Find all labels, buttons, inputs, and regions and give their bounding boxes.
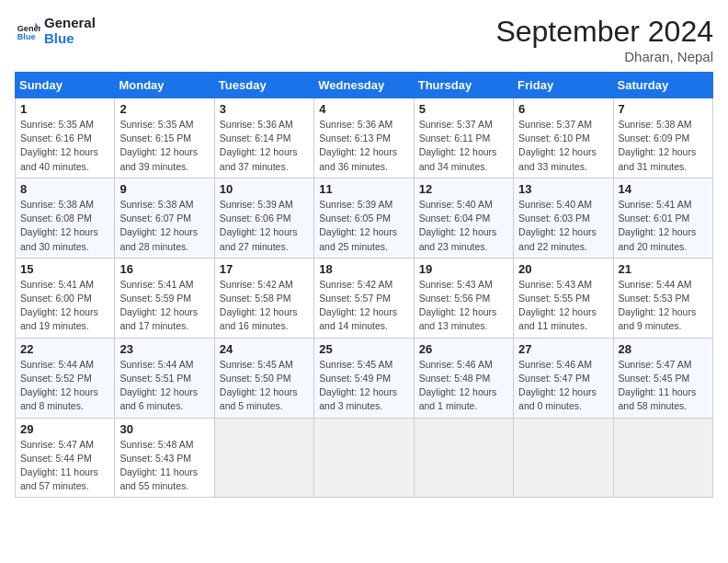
day-number: 12 <box>419 182 508 196</box>
calendar-cell: 28Sunrise: 5:47 AM Sunset: 5:45 PM Dayli… <box>613 338 712 418</box>
day-info: Sunrise: 5:45 AM Sunset: 5:50 PM Dayligh… <box>220 358 309 414</box>
day-number: 30 <box>119 422 209 436</box>
calendar-cell: 30Sunrise: 5:48 AM Sunset: 5:43 PM Dayli… <box>115 418 214 498</box>
calendar-cell: 12Sunrise: 5:40 AM Sunset: 6:04 PM Dayli… <box>414 178 513 258</box>
calendar-cell: 8Sunrise: 5:38 AM Sunset: 6:08 PM Daylig… <box>16 178 115 258</box>
day-info: Sunrise: 5:46 AM Sunset: 5:48 PM Dayligh… <box>419 358 508 414</box>
calendar-cell <box>514 418 613 498</box>
calendar-cell: 3Sunrise: 5:36 AM Sunset: 6:14 PM Daylig… <box>214 98 313 178</box>
logo: General Blue GeneralBlue <box>15 15 96 46</box>
calendar-cell <box>314 418 414 498</box>
day-number: 9 <box>119 182 209 196</box>
calendar-cell: 20Sunrise: 5:43 AM Sunset: 5:55 PM Dayli… <box>514 258 613 338</box>
day-number: 6 <box>518 102 608 116</box>
calendar-cell: 11Sunrise: 5:39 AM Sunset: 6:05 PM Dayli… <box>314 178 414 258</box>
day-number: 29 <box>20 422 109 436</box>
day-number: 27 <box>518 342 608 356</box>
day-info: Sunrise: 5:37 AM Sunset: 6:11 PM Dayligh… <box>419 118 508 174</box>
day-number: 25 <box>319 342 408 356</box>
calendar-week-row: 1Sunrise: 5:35 AM Sunset: 6:16 PM Daylig… <box>16 98 713 178</box>
day-info: Sunrise: 5:41 AM Sunset: 6:01 PM Dayligh… <box>619 198 708 254</box>
weekday-header: Friday <box>514 73 613 98</box>
day-number: 17 <box>220 262 309 276</box>
calendar-week-row: 29Sunrise: 5:47 AM Sunset: 5:44 PM Dayli… <box>16 418 713 498</box>
day-number: 19 <box>419 262 508 276</box>
calendar-cell: 25Sunrise: 5:45 AM Sunset: 5:49 PM Dayli… <box>314 338 414 418</box>
day-number: 13 <box>518 182 608 196</box>
day-number: 16 <box>119 262 209 276</box>
calendar-cell: 15Sunrise: 5:41 AM Sunset: 6:00 PM Dayli… <box>16 258 115 338</box>
day-number: 14 <box>619 182 708 196</box>
day-info: Sunrise: 5:41 AM Sunset: 6:00 PM Dayligh… <box>20 278 109 334</box>
day-info: Sunrise: 5:36 AM Sunset: 6:14 PM Dayligh… <box>220 118 309 174</box>
day-info: Sunrise: 5:38 AM Sunset: 6:08 PM Dayligh… <box>20 198 109 254</box>
day-number: 22 <box>20 342 109 356</box>
day-number: 11 <box>319 182 408 196</box>
day-number: 8 <box>20 182 109 196</box>
logo-text: GeneralBlue <box>44 15 96 46</box>
calendar-cell: 9Sunrise: 5:38 AM Sunset: 6:07 PM Daylig… <box>115 178 214 258</box>
day-info: Sunrise: 5:39 AM Sunset: 6:06 PM Dayligh… <box>220 198 309 254</box>
day-number: 26 <box>419 342 508 356</box>
day-number: 7 <box>619 102 708 116</box>
weekday-header: Saturday <box>613 73 712 98</box>
day-number: 10 <box>220 182 309 196</box>
day-info: Sunrise: 5:38 AM Sunset: 6:07 PM Dayligh… <box>119 198 209 254</box>
day-number: 24 <box>220 342 309 356</box>
day-number: 20 <box>518 262 608 276</box>
calendar-cell: 6Sunrise: 5:37 AM Sunset: 6:10 PM Daylig… <box>514 98 613 178</box>
day-info: Sunrise: 5:40 AM Sunset: 6:03 PM Dayligh… <box>518 198 608 254</box>
calendar-week-row: 8Sunrise: 5:38 AM Sunset: 6:08 PM Daylig… <box>16 178 713 258</box>
day-info: Sunrise: 5:44 AM Sunset: 5:53 PM Dayligh… <box>619 278 708 334</box>
day-info: Sunrise: 5:42 AM Sunset: 5:58 PM Dayligh… <box>220 278 309 334</box>
day-info: Sunrise: 5:40 AM Sunset: 6:04 PM Dayligh… <box>419 198 508 254</box>
calendar-cell: 14Sunrise: 5:41 AM Sunset: 6:01 PM Dayli… <box>613 178 712 258</box>
calendar-cell: 5Sunrise: 5:37 AM Sunset: 6:11 PM Daylig… <box>414 98 513 178</box>
day-info: Sunrise: 5:44 AM Sunset: 5:52 PM Dayligh… <box>20 358 109 414</box>
calendar-cell: 13Sunrise: 5:40 AM Sunset: 6:03 PM Dayli… <box>514 178 613 258</box>
day-number: 28 <box>619 342 708 356</box>
calendar-header: SundayMondayTuesdayWednesdayThursdayFrid… <box>16 73 713 98</box>
day-number: 15 <box>20 262 109 276</box>
weekday-header: Wednesday <box>314 73 414 98</box>
weekday-header: Tuesday <box>214 73 313 98</box>
calendar-cell: 29Sunrise: 5:47 AM Sunset: 5:44 PM Dayli… <box>16 418 115 498</box>
day-number: 5 <box>419 102 508 116</box>
weekday-header: Sunday <box>16 73 115 98</box>
day-number: 3 <box>220 102 309 116</box>
calendar-cell: 7Sunrise: 5:38 AM Sunset: 6:09 PM Daylig… <box>613 98 712 178</box>
day-number: 4 <box>319 102 408 116</box>
day-info: Sunrise: 5:43 AM Sunset: 5:55 PM Dayligh… <box>518 278 608 334</box>
calendar-cell: 27Sunrise: 5:46 AM Sunset: 5:47 PM Dayli… <box>514 338 613 418</box>
day-info: Sunrise: 5:39 AM Sunset: 6:05 PM Dayligh… <box>319 198 408 254</box>
weekday-header: Monday <box>115 73 214 98</box>
calendar-cell <box>214 418 313 498</box>
day-info: Sunrise: 5:37 AM Sunset: 6:10 PM Dayligh… <box>518 118 608 174</box>
day-info: Sunrise: 5:47 AM Sunset: 5:45 PM Dayligh… <box>619 358 708 414</box>
calendar-cell: 1Sunrise: 5:35 AM Sunset: 6:16 PM Daylig… <box>16 98 115 178</box>
day-info: Sunrise: 5:44 AM Sunset: 5:51 PM Dayligh… <box>119 358 209 414</box>
calendar-cell <box>414 418 513 498</box>
calendar-week-row: 22Sunrise: 5:44 AM Sunset: 5:52 PM Dayli… <box>16 338 713 418</box>
calendar-cell: 19Sunrise: 5:43 AM Sunset: 5:56 PM Dayli… <box>414 258 513 338</box>
calendar-cell: 16Sunrise: 5:41 AM Sunset: 5:59 PM Dayli… <box>115 258 214 338</box>
title-block: September 2024 Dharan, Nepal <box>495 15 713 64</box>
day-info: Sunrise: 5:35 AM Sunset: 6:15 PM Dayligh… <box>119 118 209 174</box>
calendar-cell: 4Sunrise: 5:36 AM Sunset: 6:13 PM Daylig… <box>314 98 414 178</box>
calendar-cell: 21Sunrise: 5:44 AM Sunset: 5:53 PM Dayli… <box>613 258 712 338</box>
day-info: Sunrise: 5:42 AM Sunset: 5:57 PM Dayligh… <box>319 278 408 334</box>
day-info: Sunrise: 5:45 AM Sunset: 5:49 PM Dayligh… <box>319 358 408 414</box>
day-number: 2 <box>119 102 209 116</box>
day-info: Sunrise: 5:38 AM Sunset: 6:09 PM Dayligh… <box>619 118 708 174</box>
day-number: 1 <box>20 102 109 116</box>
calendar-cell <box>613 418 712 498</box>
calendar-cell: 2Sunrise: 5:35 AM Sunset: 6:15 PM Daylig… <box>115 98 214 178</box>
day-info: Sunrise: 5:48 AM Sunset: 5:43 PM Dayligh… <box>119 438 209 494</box>
calendar-table: SundayMondayTuesdayWednesdayThursdayFrid… <box>15 72 713 498</box>
location-subtitle: Dharan, Nepal <box>495 49 713 64</box>
day-number: 18 <box>319 262 408 276</box>
day-info: Sunrise: 5:41 AM Sunset: 5:59 PM Dayligh… <box>119 278 209 334</box>
page-header: General Blue GeneralBlue September 2024 … <box>15 15 713 64</box>
day-number: 23 <box>119 342 209 356</box>
svg-text:Blue: Blue <box>17 32 36 41</box>
